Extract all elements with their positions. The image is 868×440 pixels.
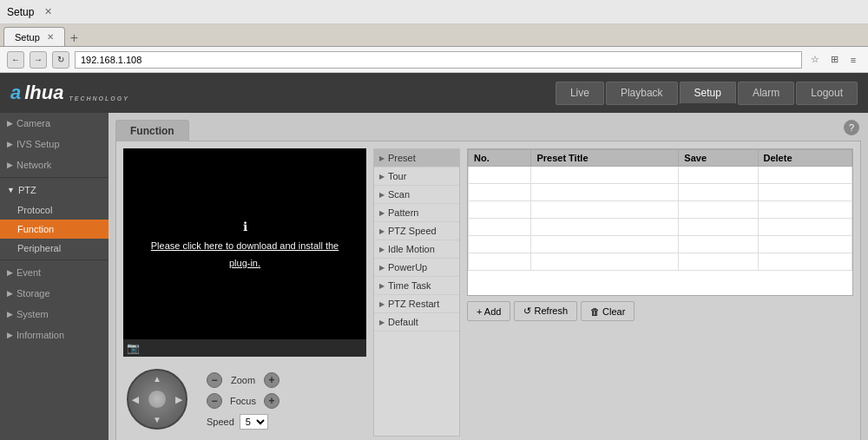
ptz-label: PTZ xyxy=(18,185,36,195)
joystick-down-arrow: ▼ xyxy=(153,415,161,424)
focus-minus-btn[interactable]: − xyxy=(207,393,222,409)
extensions-icon[interactable]: ⊞ xyxy=(826,52,842,68)
idle-motion-arrow-icon: ▶ xyxy=(379,246,385,253)
new-tab-btn[interactable]: + xyxy=(70,30,78,46)
video-bottom-bar: 📷 xyxy=(123,339,366,357)
ptz-speed-arrow-icon: ▶ xyxy=(379,227,385,235)
col-save: Save xyxy=(679,150,758,167)
back-btn[interactable]: ← xyxy=(7,51,24,69)
sidebar-item-peripheral[interactable]: Peripheral xyxy=(0,239,108,258)
scan-menu-label: Scan xyxy=(388,189,410,200)
sidebar-divider-1 xyxy=(0,177,108,178)
plugin-message-line2[interactable]: plug-in. xyxy=(229,258,260,268)
preset-tbody xyxy=(469,167,852,271)
tab-close-btn[interactable]: ✕ xyxy=(47,32,54,42)
playback-btn[interactable]: Playback xyxy=(606,82,678,105)
clear-btn[interactable]: 🗑 Clear xyxy=(581,301,635,321)
zoom-minus-btn[interactable]: − xyxy=(207,372,222,388)
plugin-download-icon: ℹ xyxy=(243,220,247,233)
setup-btn[interactable]: Setup xyxy=(680,82,736,105)
zoom-focus-controls: − Zoom + − Focus + Speed 1234 xyxy=(207,372,279,430)
sidebar-item-system[interactable]: ▶ System xyxy=(0,304,108,325)
zoom-plus-btn[interactable]: + xyxy=(264,372,279,388)
menu-item-tour[interactable]: ▶ Tour xyxy=(374,167,459,186)
logo-text: lhua xyxy=(24,82,63,104)
forward-btn[interactable]: → xyxy=(30,51,47,69)
function-nav-label: Function xyxy=(17,224,54,234)
sidebar-item-information[interactable]: ▶ Information xyxy=(0,325,108,345)
url-input[interactable] xyxy=(75,51,802,69)
ivs-label: IVS Setup xyxy=(16,139,60,149)
browser-title: Setup xyxy=(7,6,34,18)
joystick-outer: ▲ ▼ ◀ ▶ xyxy=(127,369,187,430)
menu-item-pattern[interactable]: ▶ Pattern xyxy=(374,204,459,222)
joystick-right-arrow: ▶ xyxy=(175,395,182,404)
help-icon[interactable]: ? xyxy=(844,120,859,135)
sidebar-item-ivs[interactable]: ▶ IVS Setup xyxy=(0,134,108,154)
sidebar-item-function[interactable]: Function xyxy=(0,220,108,239)
preset-table: No. Preset Title Save Delete xyxy=(468,149,852,271)
network-label: Network xyxy=(16,160,51,170)
plugin-message-line1[interactable]: Please click here to download and instal… xyxy=(151,240,339,251)
camera-arrow-icon: ▶ xyxy=(7,119,13,128)
protocol-label: Protocol xyxy=(17,205,52,215)
ptz-joystick[interactable]: ▲ ▼ ◀ ▶ xyxy=(127,369,187,430)
logo-brand: a xyxy=(10,82,21,104)
sidebar-item-network[interactable]: ▶ Network xyxy=(0,154,108,175)
logo-tech: TECHNOLOGY xyxy=(69,95,128,102)
system-label: System xyxy=(16,309,49,319)
tab-close-icon[interactable]: ✕ xyxy=(44,6,52,17)
default-arrow-icon: ▶ xyxy=(379,319,385,326)
speed-select[interactable]: 1234 5678 xyxy=(240,414,268,430)
sidebar-item-protocol[interactable]: Protocol xyxy=(0,200,108,220)
sidebar-item-camera[interactable]: ▶ Camera xyxy=(0,113,108,134)
bookmark-icon[interactable]: ☆ xyxy=(807,52,823,68)
refresh-btn-preset[interactable]: ↺ Refresh xyxy=(514,301,577,321)
refresh-btn[interactable]: ↻ xyxy=(52,51,69,69)
col-delete: Delete xyxy=(758,150,852,167)
address-bar: ← → ↻ ☆ ⊞ ≡ xyxy=(0,47,868,73)
sidebar-item-event[interactable]: ▶ Event xyxy=(0,262,108,283)
live-btn[interactable]: Live xyxy=(556,82,604,105)
function-content: ℹ Please click here to download and inst… xyxy=(115,141,861,440)
zoom-control-row: − Zoom + xyxy=(207,372,279,388)
pattern-arrow-icon: ▶ xyxy=(379,209,385,217)
focus-label: Focus xyxy=(227,396,259,406)
menu-item-powerup[interactable]: ▶ PowerUp xyxy=(374,259,459,277)
camera-label: Camera xyxy=(16,118,50,128)
menu-item-default[interactable]: ▶ Default xyxy=(374,313,459,332)
menu-item-scan[interactable]: ▶ Scan xyxy=(374,186,459,204)
preset-table-container: No. Preset Title Save Delete xyxy=(467,148,853,296)
video-screen: ℹ Please click here to download and inst… xyxy=(123,148,366,339)
logout-btn[interactable]: Logout xyxy=(796,82,858,105)
joystick-up-arrow: ▲ xyxy=(153,374,161,384)
sidebar-item-storage[interactable]: ▶ Storage xyxy=(0,283,108,304)
menu-item-preset[interactable]: ▶ Preset xyxy=(374,149,459,167)
add-btn[interactable]: + Add xyxy=(467,301,510,321)
speed-label: Speed xyxy=(207,417,234,427)
function-tab[interactable]: Function xyxy=(115,120,189,141)
menu-icon[interactable]: ≡ xyxy=(845,52,861,68)
focus-plus-btn[interactable]: + xyxy=(264,393,279,409)
table-row xyxy=(469,167,852,184)
pattern-menu-label: Pattern xyxy=(388,207,418,218)
menu-item-idle-motion[interactable]: ▶ Idle Motion xyxy=(374,240,459,259)
alarm-btn[interactable]: Alarm xyxy=(738,82,794,105)
time-task-menu-label: Time Task xyxy=(388,280,431,291)
storage-label: Storage xyxy=(16,288,50,299)
menu-item-ptz-restart[interactable]: ▶ PTZ Restart xyxy=(374,295,459,313)
menu-item-time-task[interactable]: ▶ Time Task xyxy=(374,277,459,295)
ptz-speed-menu-label: PTZ Speed xyxy=(388,226,437,236)
powerup-arrow-icon: ▶ xyxy=(379,264,385,272)
tab-title: Setup xyxy=(15,32,40,43)
col-title: Preset Title xyxy=(531,150,679,167)
network-arrow-icon: ▶ xyxy=(7,161,13,169)
nav-buttons: Live Playback Setup Alarm Logout xyxy=(556,82,858,105)
camera-snapshot-icon[interactable]: 📷 xyxy=(127,342,140,354)
browser-tab[interactable]: Setup ✕ xyxy=(3,27,65,46)
table-row xyxy=(469,253,852,271)
table-row xyxy=(469,201,852,219)
idle-motion-menu-label: Idle Motion xyxy=(388,244,435,254)
menu-item-ptz-speed[interactable]: ▶ PTZ Speed xyxy=(374,222,459,240)
sidebar-item-ptz[interactable]: ▼ PTZ xyxy=(0,180,108,200)
